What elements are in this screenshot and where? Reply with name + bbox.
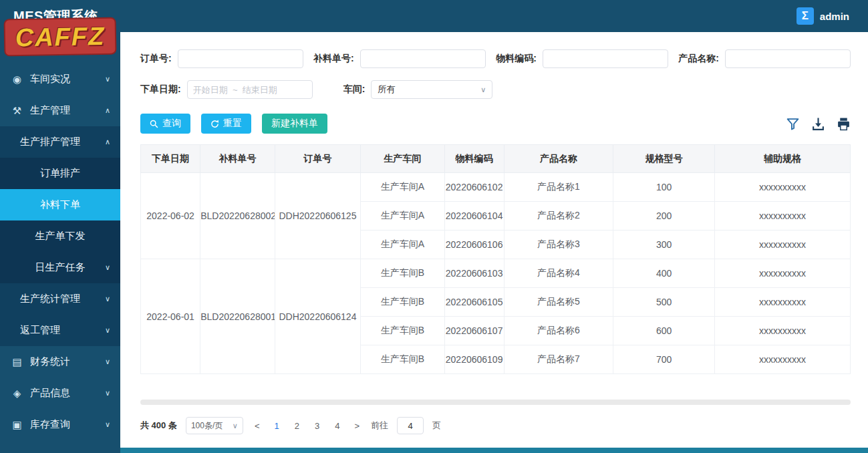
page-number-1[interactable]: 1	[271, 421, 283, 431]
sidebar-item-production-mgmt[interactable]: ⚒ 生产管理 ∧	[0, 95, 120, 126]
order-date-label: 下单日期:	[140, 84, 181, 96]
sidebar-item-workshop-live[interactable]: ◉ 车间实况 ∨	[0, 63, 120, 95]
filter-order-no: 订单号:	[140, 49, 303, 68]
cell-material-order-no: BLD20220628001	[200, 259, 275, 374]
sidebar-item-production-stats[interactable]: 生产统计管理 ∨	[0, 283, 120, 315]
page-size-value: 100条/页	[191, 420, 223, 432]
cell-workshop: 生产车间B	[361, 317, 444, 345]
goto-label: 前往	[371, 420, 388, 432]
reset-button-label: 重置	[223, 118, 242, 130]
page-number-2[interactable]: 2	[291, 421, 303, 431]
caffz-watermark-logo: CAFFZ	[4, 17, 117, 57]
cell-spec: 600	[613, 317, 715, 345]
cell-workshop: 生产车间A	[361, 173, 444, 202]
sidebar-item-label: 财务统计	[30, 355, 70, 368]
col-aux-spec: 辅助规格	[715, 145, 851, 173]
chevron-down-icon: ∨	[105, 420, 110, 429]
sidebar-item-label: 车间实况	[30, 73, 70, 86]
table-tools	[786, 117, 851, 131]
product-icon: ◈	[11, 388, 23, 400]
cell-spec: 100	[613, 173, 715, 202]
main-content: 订单号: 补料单号: 物料编码: 产品名称: 下单日期: 车间: 所有 ∨	[120, 32, 868, 448]
cell-product-name: 产品名称7	[504, 345, 613, 374]
search-button-label: 查询	[162, 118, 181, 130]
date-range-input[interactable]	[187, 80, 313, 99]
col-material-code: 物料编码	[444, 145, 504, 173]
sidebar-item-production-dispatch[interactable]: 生产单下发	[0, 220, 120, 252]
chevron-down-icon: ∨	[105, 75, 110, 84]
filter-order-date: 下单日期:	[140, 80, 313, 99]
cell-product-name: 产品名称3	[504, 231, 613, 259]
product-name-input[interactable]	[725, 49, 851, 68]
search-button[interactable]: 查询	[140, 114, 190, 134]
chevron-down-icon: ∨	[105, 326, 110, 335]
sidebar-item-label: 产品信息	[30, 387, 70, 400]
cell-material-code: 20220606103	[444, 259, 504, 288]
cell-material-code: 20220606107	[444, 317, 504, 345]
sidebar-item-product-info[interactable]: ◈ 产品信息 ∨	[0, 378, 120, 409]
sidebar-item-inventory-query[interactable]: ▣ 库存查询 ∨	[0, 409, 120, 440]
finance-icon: ▤	[11, 356, 23, 368]
sidebar-item-rework-mgmt[interactable]: 返工管理 ∨	[0, 315, 120, 346]
material-code-input[interactable]	[543, 49, 668, 68]
sidebar-item-label: 生产排产管理	[20, 136, 80, 148]
sidebar-item-label: 订单排产	[40, 167, 80, 180]
sidebar: ▦ 数据视图 ◉ 车间实况 ∨ ⚒ 生产管理 ∧ 生产排产管理 ∧ 订单排产 补…	[0, 32, 120, 453]
download-icon[interactable]	[811, 117, 825, 131]
sidebar-item-daily-task[interactable]: 日生产任务 ∨	[0, 252, 120, 283]
production-icon: ⚒	[11, 105, 23, 117]
toolbar: 查询 重置 新建补料单	[140, 114, 851, 134]
reset-button[interactable]: 重置	[201, 114, 251, 134]
page-number-3[interactable]: 3	[311, 421, 323, 431]
col-order-date: 下单日期	[141, 145, 200, 173]
page-number-4[interactable]: 4	[331, 421, 343, 431]
print-icon[interactable]	[837, 117, 851, 131]
sidebar-item-material-order[interactable]: 补料下单	[0, 189, 120, 220]
next-page-button[interactable]: >	[351, 421, 362, 431]
material-orders-table: 下单日期 补料单号 订单号 生产车间 物料编码 产品名称 规格型号 辅助规格 2…	[140, 144, 851, 374]
horizontal-scrollbar[interactable]	[140, 400, 851, 405]
filter-workshop: 车间: 所有 ∨	[343, 80, 493, 99]
cell-product-name: 产品名称5	[504, 288, 613, 317]
col-spec: 规格型号	[613, 145, 715, 173]
cell-product-name: 产品名称6	[504, 317, 613, 345]
filter-row-1: 订单号: 补料单号: 物料编码: 产品名称:	[140, 49, 851, 68]
table-row[interactable]: 2022-06-02 BLD20220628002 DDH20220606125…	[141, 173, 851, 202]
sidebar-item-scheduling-mgmt[interactable]: 生产排产管理 ∧	[0, 126, 120, 158]
cell-material-code: 20220606104	[444, 202, 504, 231]
chevron-down-icon: ∨	[105, 295, 110, 303]
workshop-select[interactable]: 所有 ∨	[371, 80, 492, 99]
pagination: 共 400 条 100条/页 ∨ < 1 2 3 4 > 前往 页	[140, 417, 851, 441]
user-avatar-icon: Σ	[797, 7, 814, 25]
cell-spec: 700	[613, 345, 715, 374]
workshop-select-value: 所有	[378, 84, 395, 96]
chevron-down-icon: ∨	[105, 389, 110, 398]
filter-material-code: 物料编码:	[496, 49, 668, 68]
cell-material-code: 20220606102	[444, 173, 504, 202]
cell-product-name: 产品名称4	[504, 259, 613, 288]
cell-material-code: 20220606105	[444, 288, 504, 317]
sidebar-item-label: 补料下单	[40, 198, 80, 211]
material-order-no-input[interactable]	[360, 49, 486, 68]
goto-page-input[interactable]	[397, 417, 424, 434]
order-no-input[interactable]	[178, 49, 303, 68]
product-name-label: 产品名称:	[678, 53, 719, 65]
sidebar-item-label: 日生产任务	[35, 261, 86, 274]
cell-order-date: 2022-06-02	[141, 173, 200, 259]
sidebar-item-order-scheduling[interactable]: 订单排产	[0, 158, 120, 189]
sidebar-item-label: 生产单下发	[35, 230, 86, 243]
material-order-no-label: 补料单号:	[313, 53, 354, 65]
sidebar-item-finance-stats[interactable]: ▤ 财务统计 ∨	[0, 346, 120, 378]
table-row[interactable]: 2022-06-01 BLD20220628001 DDH20220606124…	[141, 259, 851, 288]
order-no-label: 订单号:	[140, 53, 172, 65]
user-menu[interactable]: Σ admin	[797, 7, 849, 25]
filter-product-name: 产品名称:	[678, 49, 851, 68]
cell-aux-spec: xxxxxxxxxx	[715, 173, 851, 202]
search-icon	[150, 120, 158, 128]
new-material-order-button[interactable]: 新建补料单	[262, 114, 327, 134]
prev-page-button[interactable]: <	[252, 421, 263, 431]
page-size-select[interactable]: 100条/页 ∨	[186, 417, 243, 434]
filter-funnel-icon[interactable]	[786, 117, 800, 131]
cell-order-no: DDH20220606125	[275, 173, 361, 259]
spacer	[140, 374, 851, 400]
